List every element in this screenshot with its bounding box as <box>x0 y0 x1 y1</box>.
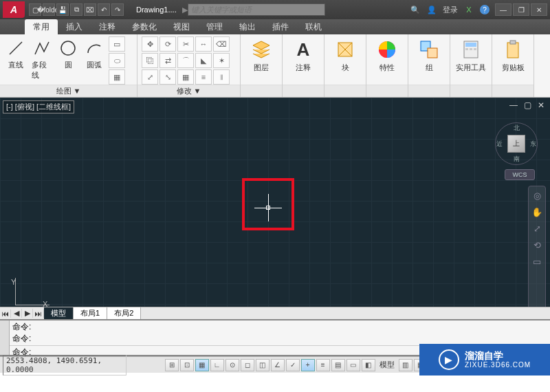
drawing-area[interactable]: [-] [俯视] [二维线框] — ▢ ✕ Y X 北 南 东 近 上 WCS … <box>0 98 550 319</box>
close-button[interactable]: ✕ <box>531 3 547 16</box>
infer-constraints-icon[interactable]: ⊞ <box>165 359 179 371</box>
hatch-icon[interactable]: ▦ <box>109 69 125 85</box>
tab-prev-icon[interactable]: ◀ <box>11 309 22 318</box>
arc-icon <box>84 38 104 58</box>
align-icon[interactable]: ⫴ <box>213 69 230 85</box>
tab-parametric[interactable]: 参数化 <box>124 19 165 34</box>
utilities-button[interactable]: 实用工具 <box>454 36 487 74</box>
steering-wheel-icon[interactable]: ◎ <box>531 190 543 203</box>
tab-first-icon[interactable]: ⏮ <box>0 309 11 318</box>
offset-icon[interactable]: ≡ <box>195 69 212 85</box>
tab-manage[interactable]: 管理 <box>198 19 231 34</box>
line-button[interactable]: 直线 <box>4 36 28 72</box>
viewcube[interactable]: 北 南 东 近 上 <box>495 122 538 165</box>
orbit-icon[interactable]: ⟲ <box>531 240 543 252</box>
polar-tracking-icon[interactable]: ⊙ <box>226 359 239 371</box>
open-icon[interactable]: �folder <box>43 3 55 16</box>
calculator-icon <box>459 38 483 61</box>
undo-icon[interactable]: ↶ <box>98 3 110 16</box>
circle-button[interactable]: 圆 <box>56 36 80 72</box>
layout-tab-layout2[interactable]: 布局2 <box>107 307 141 319</box>
pan-icon[interactable]: ✋ <box>531 207 543 219</box>
svg-rect-12 <box>510 41 516 44</box>
object-snap-tracking-icon[interactable]: ∠ <box>271 359 285 371</box>
panel-modify-label[interactable]: 修改 ▼ <box>138 85 240 97</box>
erase-icon[interactable]: ⌫ <box>213 36 230 52</box>
layout-tabs: ⏮ ◀ ▶ ⏭ 模型 布局1 布局2 <box>0 307 550 319</box>
user-icon[interactable]: 👤 <box>426 4 437 15</box>
layout-tab-model[interactable]: 模型 <box>44 307 74 319</box>
svg-line-0 <box>10 42 22 54</box>
tab-next-icon[interactable]: ▶ <box>22 309 33 318</box>
viewport-close-icon[interactable]: ✕ <box>536 100 546 110</box>
explode-icon[interactable]: ✶ <box>213 53 230 68</box>
move-icon[interactable]: ✥ <box>142 36 158 52</box>
search-icon[interactable]: 🔍 <box>410 4 421 15</box>
transparency-icon[interactable]: ▤ <box>331 359 345 371</box>
polyline-button[interactable]: 多段线 <box>30 36 54 82</box>
extend-icon[interactable]: ↔ <box>195 36 212 52</box>
grid-display-icon[interactable]: ▦ <box>195 359 209 371</box>
wcs-button[interactable]: WCS <box>505 169 535 180</box>
text-button[interactable]: A注释 <box>287 36 320 74</box>
array-icon[interactable]: ▦ <box>177 69 194 85</box>
dynamic-input-icon[interactable]: + <box>301 359 315 371</box>
viewcube-face[interactable]: 上 <box>507 135 525 153</box>
saveas-icon[interactable]: ⧉ <box>70 3 82 16</box>
save-icon[interactable]: 💾 <box>56 3 69 16</box>
exchange-icon[interactable]: X <box>463 4 474 15</box>
block-button[interactable]: 块 <box>329 36 362 74</box>
login-link[interactable]: 登录 <box>443 5 458 15</box>
restore-button[interactable]: ❐ <box>513 3 529 16</box>
quick-view-layouts-icon[interactable]: ▥ <box>399 359 412 371</box>
showmotion-icon[interactable]: ▭ <box>531 257 543 269</box>
arc-button[interactable]: 圆弧 <box>82 36 106 72</box>
redo-icon[interactable]: ↷ <box>111 3 124 16</box>
tab-home[interactable]: 常用 <box>25 19 58 34</box>
tab-plugins[interactable]: 插件 <box>264 19 297 34</box>
viewport-label[interactable]: [-] [俯视] [二维线框] <box>3 100 74 113</box>
chamfer-icon[interactable]: ◣ <box>195 53 212 68</box>
watermark-url: ZIXUE.3D66.COM <box>465 361 531 369</box>
help-icon[interactable]: ? <box>480 5 490 14</box>
clipboard-button[interactable]: 剪贴板 <box>496 36 529 74</box>
copy-icon[interactable]: ⿻ <box>142 53 158 68</box>
quick-properties-icon[interactable]: ▭ <box>346 359 360 371</box>
scale-icon[interactable]: ⤡ <box>160 69 176 85</box>
rotate-icon[interactable]: ⟳ <box>160 36 176 52</box>
viewport-maximize-icon[interactable]: ▢ <box>522 100 532 110</box>
3d-osnap-icon[interactable]: ◫ <box>256 359 270 371</box>
ellipse-icon[interactable]: ⬭ <box>109 53 125 68</box>
tab-output[interactable]: 输出 <box>231 19 264 34</box>
rectangle-icon[interactable]: ▭ <box>109 36 125 52</box>
fillet-icon[interactable]: ⌒ <box>177 53 194 68</box>
panel-draw-label[interactable]: 绘图 ▼ <box>0 85 137 97</box>
app-logo[interactable]: A <box>3 1 25 18</box>
zoom-extents-icon[interactable]: ⤢ <box>531 224 543 236</box>
tab-last-icon[interactable]: ⏭ <box>33 309 44 318</box>
tab-insert[interactable]: 插入 <box>58 19 91 34</box>
layers-button[interactable]: 图层 <box>245 36 278 74</box>
model-paper-toggle[interactable]: 模型 <box>377 360 397 370</box>
lineweight-icon[interactable]: ≡ <box>316 359 330 371</box>
stretch-icon[interactable]: ⤢ <box>142 69 158 85</box>
plot-icon[interactable]: ⌧ <box>84 3 96 16</box>
layout-tab-layout1[interactable]: 布局1 <box>74 307 107 319</box>
object-snap-icon[interactable]: ◻ <box>241 359 254 371</box>
tab-view[interactable]: 视图 <box>165 19 198 34</box>
group-button[interactable]: 组 <box>412 36 446 74</box>
tab-online[interactable]: 联机 <box>297 19 330 34</box>
command-handle[interactable] <box>0 320 10 355</box>
properties-button[interactable]: 特性 <box>371 36 404 74</box>
mirror-icon[interactable]: ⇄ <box>160 53 176 68</box>
ortho-mode-icon[interactable]: ∟ <box>210 359 224 371</box>
ducs-icon[interactable]: ✓ <box>286 359 300 371</box>
trim-icon[interactable]: ✂ <box>177 36 194 52</box>
viewport-minimize-icon[interactable]: — <box>509 100 518 110</box>
minimize-button[interactable]: — <box>495 3 512 16</box>
snap-mode-icon[interactable]: ⊡ <box>180 359 194 371</box>
selection-cycling-icon[interactable]: ◧ <box>362 359 375 371</box>
coordinates-display[interactable]: 2553.4808, 1490.6591, 0.0000 <box>3 355 126 375</box>
tab-annotate[interactable]: 注释 <box>91 19 124 34</box>
search-input[interactable] <box>188 3 325 16</box>
